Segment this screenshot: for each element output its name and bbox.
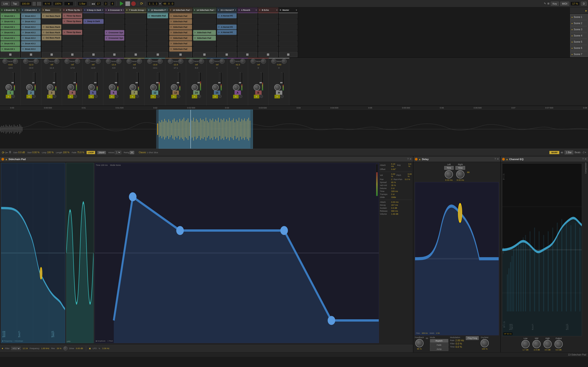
clip-t4-1[interactable]: Three Op Bass xyxy=(62,19,82,24)
d-button[interactable]: D xyxy=(581,2,587,6)
clip-tA-2[interactable] xyxy=(238,25,257,30)
ch-vol-knob-t3[interactable] xyxy=(47,84,53,91)
send-a-knob-t14[interactable] xyxy=(189,59,194,64)
stop-button[interactable] xyxy=(125,1,130,6)
clip-t5-0[interactable] xyxy=(83,13,104,18)
clip-t12-3[interactable] xyxy=(147,30,168,35)
track-stop-t15[interactable] xyxy=(217,52,237,57)
solo-btn-t3[interactable]: S xyxy=(47,95,52,98)
clip-t15-1[interactable] xyxy=(217,19,237,24)
fader-t5[interactable] xyxy=(95,72,96,91)
warp-button[interactable]: WARP xyxy=(549,151,559,154)
glide-val[interactable]: Glide xyxy=(391,196,396,198)
transpo-val[interactable]: 0 st xyxy=(391,193,395,195)
scene-1[interactable]: ▸Scene 2 xyxy=(570,20,588,26)
clip-t12-2[interactable] xyxy=(147,24,168,29)
fader-t15[interactable] xyxy=(219,72,220,91)
send-b-knob-t14[interactable] xyxy=(199,59,204,64)
clip-t7-6[interactable] xyxy=(125,47,146,52)
clip-t7-4[interactable] xyxy=(125,35,146,41)
clip-t3-2[interactable]: Oxi Bass Rack xyxy=(42,25,61,30)
eq-info-icon[interactable]: ? xyxy=(582,158,584,161)
res-strip-val[interactable]: 26 % xyxy=(57,347,61,350)
clip-t12-1[interactable] xyxy=(147,19,168,24)
clip-t1-1[interactable]: Drum Kit 1 xyxy=(0,19,20,24)
solo-btn-t12[interactable]: S xyxy=(150,95,156,98)
track-play-t3[interactable] xyxy=(42,9,44,11)
ch-num-master[interactable]: M xyxy=(276,91,282,95)
clip-master-6[interactable] xyxy=(279,47,297,52)
clip-t4-6[interactable] xyxy=(62,47,82,52)
clip-t15-6[interactable] xyxy=(217,47,237,52)
clip-t14-3[interactable]: Sidechain Pad xyxy=(193,30,216,35)
clip-tB-5[interactable] xyxy=(258,41,278,46)
ch-num-t7[interactable]: 7 xyxy=(131,91,138,95)
plugin-expand-icon[interactable]: ▲ xyxy=(5,158,8,161)
track-stop-t3[interactable] xyxy=(42,52,61,57)
clip-t6-6[interactable] xyxy=(105,47,124,52)
clip-t14-6[interactable] xyxy=(193,47,216,52)
ch-num-t1[interactable]: 1 xyxy=(7,91,14,95)
send-a-knob-t3[interactable] xyxy=(44,59,49,64)
fader-t7[interactable] xyxy=(137,72,137,91)
solo-btn-t15[interactable]: S xyxy=(212,95,218,98)
send-b-knob-t12[interactable] xyxy=(157,59,163,64)
scene-launch-all[interactable]: ▸ xyxy=(586,9,587,12)
ch-vol-knob-t2[interactable] xyxy=(26,84,33,91)
clip-t3-1[interactable] xyxy=(42,19,61,24)
send-b-knob-t5[interactable] xyxy=(95,59,101,64)
track-play-t2[interactable] xyxy=(22,9,24,11)
clip-t1-6[interactable]: Drum Kit 1 xyxy=(0,47,20,52)
clip-t6-4[interactable]: Crossover Syn xyxy=(105,35,124,41)
env-checkbox[interactable]: □ Envelope xyxy=(14,340,23,342)
clip-t6-0[interactable] xyxy=(105,14,124,19)
clip-t7-5[interactable] xyxy=(125,41,146,46)
send-a-knob-t2[interactable] xyxy=(23,59,28,64)
solo-btn-tA[interactable]: S xyxy=(233,95,239,98)
clip-t4-3[interactable]: Three Op Bass xyxy=(62,30,82,35)
track-play-t12[interactable] xyxy=(148,9,150,11)
clip-master-5[interactable] xyxy=(279,41,297,46)
ch-num-tB[interactable]: B xyxy=(255,91,262,95)
clip-t2-0[interactable]: Drum Kit 2 xyxy=(21,14,41,19)
time-val[interactable]: 328 ms xyxy=(391,190,398,192)
track-fold-t2[interactable]: ▾ xyxy=(39,9,40,11)
scene-4[interactable]: ▸Scene 5 xyxy=(570,39,588,45)
arm-btn-t6[interactable] xyxy=(115,95,118,98)
ch-vol-knob-t7[interactable] xyxy=(130,84,136,91)
fader-t1[interactable] xyxy=(12,72,13,91)
clip-t13-5[interactable]: Sidechain Pad xyxy=(169,41,192,46)
volume-env-val[interactable]: 1.69 dB xyxy=(391,213,398,215)
arm-btn-t15[interactable] xyxy=(218,95,222,98)
warp-plus[interactable]: + xyxy=(585,151,586,154)
solo-btn-master[interactable]: S xyxy=(275,95,280,98)
track-fold-tB[interactable]: ▾ xyxy=(276,9,277,11)
mode-fade[interactable]: Fade xyxy=(430,343,448,347)
ch-num-t13[interactable]: 13 xyxy=(173,91,179,95)
eq-power-dot[interactable] xyxy=(502,158,505,161)
offset-val[interactable]: 0.00° xyxy=(391,168,396,170)
low-knob[interactable] xyxy=(521,340,530,348)
clip-t13-6[interactable]: Sidechain Pad xyxy=(169,47,192,52)
feedback-inf-icon[interactable]: ∞ xyxy=(426,336,428,340)
track-stop-t13[interactable] xyxy=(169,52,192,57)
clip-t5-3[interactable] xyxy=(83,30,104,35)
ch-vol-knob-t4[interactable] xyxy=(68,84,74,91)
ch-num-t4[interactable]: 4 xyxy=(69,91,76,95)
clip-t15-3[interactable]: A Hornet Pil xyxy=(217,30,237,35)
slice-btn[interactable]: Slice xyxy=(154,151,158,154)
slice-icon[interactable]: ||| xyxy=(9,151,11,154)
track-play-t4[interactable] xyxy=(63,9,65,11)
clip-t6-3[interactable]: Crossover Syn xyxy=(105,30,124,35)
send-a-knob-t5[interactable] xyxy=(85,59,90,64)
clip-t14-2[interactable] xyxy=(193,25,216,30)
clip-t14-0[interactable] xyxy=(193,14,216,19)
clip-tB-3[interactable] xyxy=(258,30,278,35)
clip-t15-0[interactable]: A Hornet Pil xyxy=(217,14,237,19)
track-fold-t4[interactable]: ▾ xyxy=(81,9,82,11)
clip-t14-4[interactable]: Sidechain Pad xyxy=(193,35,216,41)
oneshot-btn[interactable]: 1-Shot xyxy=(147,151,153,154)
key-button[interactable]: Key xyxy=(551,2,559,6)
tap-button[interactable]: Tap xyxy=(11,2,19,6)
clip-tB-0[interactable] xyxy=(258,13,278,18)
